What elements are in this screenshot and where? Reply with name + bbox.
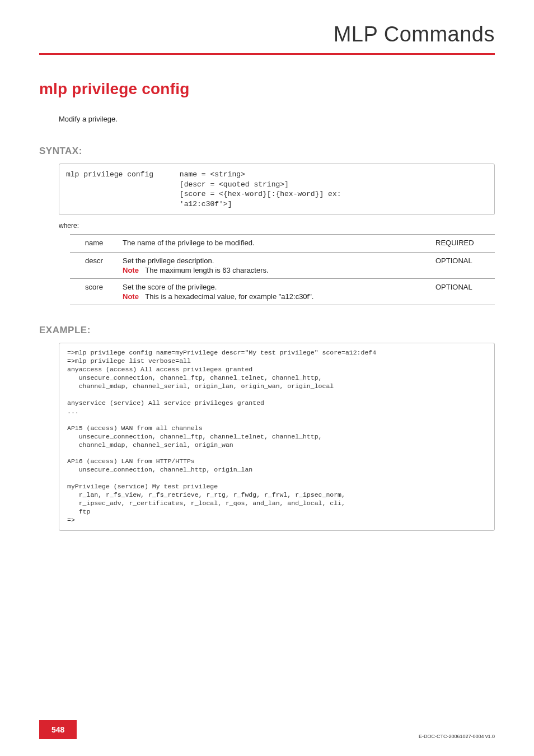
note-label: Note bbox=[123, 266, 143, 274]
param-desc-cell: Set the score of the privilege. Note Thi… bbox=[120, 279, 433, 305]
page: MLP Commands mlp privilege config Modify… bbox=[0, 0, 534, 756]
header-title: MLP Commands bbox=[39, 22, 495, 46]
page-number-badge: 548 bbox=[39, 720, 77, 739]
param-required: OPTIONAL bbox=[433, 279, 495, 305]
doc-code: E-DOC-CTC-20061027-0004 v1.0 bbox=[419, 734, 495, 739]
param-desc-cell: Set the privilege description. Note The … bbox=[120, 253, 433, 279]
header-rule bbox=[39, 53, 495, 55]
example-section: EXAMPLE: =>mlp privilege config name=myP… bbox=[39, 325, 495, 531]
param-note: This is a hexadecimal value, for example… bbox=[145, 292, 313, 301]
param-name: score bbox=[70, 279, 120, 305]
param-note-line: Note This is a hexadecimal value, for ex… bbox=[123, 292, 429, 301]
example-heading: EXAMPLE: bbox=[39, 325, 495, 336]
table-row: descr Set the privilege description. Not… bbox=[70, 253, 495, 279]
param-name: name bbox=[70, 235, 120, 253]
table-row: score Set the score of the privilege. No… bbox=[70, 279, 495, 305]
param-required: REQUIRED bbox=[433, 235, 495, 253]
command-intro: Modify a privilege. bbox=[59, 115, 495, 123]
param-desc: Set the score of the privilege. bbox=[123, 283, 429, 291]
header: MLP Commands bbox=[39, 22, 495, 55]
note-label: Note bbox=[123, 292, 143, 301]
param-note-line: Note The maximum length is 63 characters… bbox=[123, 266, 429, 274]
param-required: OPTIONAL bbox=[433, 253, 495, 279]
syntax-section: SYNTAX: mlp privilege config name = <str… bbox=[39, 146, 495, 305]
syntax-code: mlp privilege config name = <string> [de… bbox=[59, 164, 495, 215]
command-title: mlp privilege config bbox=[39, 80, 495, 98]
example-code: =>mlp privilege config name=myPrivilege … bbox=[59, 343, 495, 531]
footer: 548 E-DOC-CTC-20061027-0004 v1.0 bbox=[39, 720, 495, 739]
table-row: name The name of the privilege to be mod… bbox=[70, 235, 495, 253]
syntax-heading: SYNTAX: bbox=[39, 146, 495, 157]
param-name: descr bbox=[70, 253, 120, 279]
param-note: The maximum length is 63 characters. bbox=[145, 266, 268, 274]
param-desc-cell: The name of the privilege to be modified… bbox=[120, 235, 433, 253]
param-desc: The name of the privilege to be modified… bbox=[123, 239, 429, 247]
param-table: name The name of the privilege to be mod… bbox=[70, 234, 495, 305]
where-label: where: bbox=[59, 222, 495, 230]
param-desc: Set the privilege description. bbox=[123, 256, 429, 265]
